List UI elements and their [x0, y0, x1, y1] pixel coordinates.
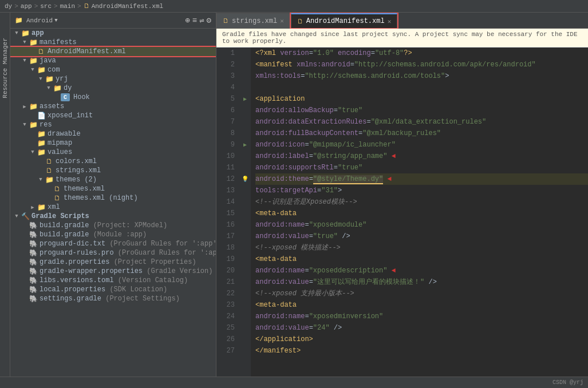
line-number: 12	[216, 173, 239, 185]
tree-item-mipmap[interactable]: 📁 mipmap	[10, 138, 216, 148]
tree-item-settings-gradle[interactable]: 🐘 settings.gradle (Project Settings)	[10, 294, 216, 303]
tree-item-gradle-wrapper[interactable]: 🐘 gradle-wrapper.properties (Gradle Vers…	[10, 267, 216, 276]
tree-label-com: com	[48, 66, 60, 74]
code-editor[interactable]: 1234567891011121314151617181920212223242…	[216, 47, 588, 377]
tree-item-dy[interactable]: ▼ 📁 dy	[10, 84, 216, 93]
code-line[interactable]: android:allowBackup="true"	[255, 105, 588, 116]
line-number: 10	[216, 151, 239, 162]
line-number: 16	[216, 219, 239, 231]
xml-icon-colors: 🗋	[45, 157, 54, 165]
android-dropdown[interactable]: Android ▼	[26, 17, 58, 24]
breadcrumb-dy[interactable]: dy	[5, 3, 12, 10]
top-bar: dy > app > src > main > 🗋 AndroidManifes…	[0, 0, 588, 13]
code-line[interactable]: android:name="xposeddescription" ◄	[255, 265, 588, 276]
tree-label-res: res	[40, 121, 52, 129]
tree-item-colors[interactable]: 🗋 colors.xml	[10, 157, 216, 166]
folder-icon-drawable: 📁	[37, 130, 46, 138]
gutter-indicator: 💡	[239, 173, 251, 185]
code-line[interactable]	[255, 82, 588, 93]
tree-item-hook[interactable]: C Hook	[10, 93, 216, 102]
file-icon-proguard-dic: 🐘	[29, 240, 38, 248]
code-line[interactable]: android:label="@string/app_name" ◄	[255, 151, 588, 162]
line-number: 14	[216, 196, 239, 208]
code-line[interactable]: android:value="true" />	[255, 231, 588, 242]
code-lines[interactable]: <?xml version="1.0" encoding="utf-8"?> <…	[251, 47, 588, 377]
code-line[interactable]: <meta-data	[255, 254, 588, 265]
tree-label-themes-night: themes.xml (night)	[64, 194, 138, 202]
tree-item-local-props[interactable]: 🐘 local.properties (SDK Location)	[10, 285, 216, 294]
tree-item-drawable[interactable]: 📁 drawable	[10, 129, 216, 138]
code-line[interactable]: </application>	[255, 334, 588, 345]
tree-label-values: values	[48, 148, 72, 156]
code-line[interactable]: </manifest>	[255, 345, 588, 357]
code-line[interactable]: <?xml version="1.0" encoding="utf-8"?>	[255, 47, 588, 59]
breadcrumb-file[interactable]: 🗋 AndroidManifest.xml	[84, 2, 163, 10]
code-line[interactable]: android:value="这里可以写给用户看的模块描述！" />	[255, 276, 588, 288]
tree-item-xposed-init[interactable]: 📄 xposed_init	[10, 111, 216, 120]
tree-item-com[interactable]: ▼ 📁 com	[10, 65, 216, 74]
tree-item-assets[interactable]: ▶ 📁 assets	[10, 102, 216, 111]
class-icon-hook: C	[61, 93, 70, 101]
tree-item-themes-xml-night[interactable]: 🗋 themes.xml (night)	[10, 193, 216, 203]
code-line[interactable]: <application	[255, 93, 588, 105]
tab-bar: 🗋 strings.xml ✕ 🗋 AndroidManifest.xml ✕	[216, 13, 588, 29]
code-line[interactable]: <manifest xmlns:android="http://schemas.…	[255, 59, 588, 70]
strings-tab-close[interactable]: ✕	[280, 17, 284, 25]
tree-item-manifests[interactable]: ▼ 📁 manifests	[10, 38, 216, 47]
code-line[interactable]: <!--xposed 模块描述-->	[255, 242, 588, 254]
tree-item-gradle-scripts[interactable]: ▼ 🔨 Gradle Scripts	[10, 212, 216, 221]
tab-strings-xml[interactable]: 🗋 strings.xml ✕	[216, 13, 290, 28]
add-icon[interactable]: ⊕	[185, 15, 190, 25]
tree-item-themes[interactable]: ▼ 📁 themes (2)	[10, 175, 216, 184]
code-line[interactable]: android:value="24" />	[255, 322, 588, 334]
collapse-icon[interactable]: ≡	[192, 16, 197, 25]
tree-item-proguard-rules[interactable]: 🐘 proguard-rules.pro (ProGuard Rules for…	[10, 248, 216, 258]
tree-item-app[interactable]: ▼ 📁 app	[10, 29, 216, 38]
tree-item-xml[interactable]: ▶ 📁 xml	[10, 203, 216, 212]
breadcrumb-main[interactable]: main	[60, 3, 75, 10]
tab-androidmanifest-xml[interactable]: 🗋 AndroidManifest.xml ✕	[291, 13, 397, 28]
tree-item-java[interactable]: ▼ 📁 java	[10, 56, 216, 65]
code-line[interactable]: android:icon="@mipmap/ic_launcher"	[255, 139, 588, 151]
tree-item-gradle-props[interactable]: 🐘 gradle.properties (Project Properties)	[10, 258, 216, 267]
tree-item-androidmanifest[interactable]: 🗋 AndroidManifest.xml	[10, 47, 216, 56]
code-line[interactable]: android:name="xposedminversion"	[255, 311, 588, 322]
code-line[interactable]: <meta-data	[255, 208, 588, 219]
code-line[interactable]: xmlns:tools="http://schemas.android.com/…	[255, 70, 588, 82]
code-line[interactable]: tools:targetApi="31">	[255, 185, 588, 196]
gutter-indicator	[239, 128, 251, 139]
tree-arrow-java: ▼	[21, 58, 29, 64]
xml-icon-themes-night: 🗋	[53, 194, 62, 202]
tree-item-build-gradle-proj[interactable]: 🐘 build.gradle (Project: XPModel)	[10, 221, 216, 230]
settings-icon[interactable]: ⚙	[207, 15, 211, 25]
gutter-indicator	[239, 59, 251, 70]
code-line[interactable]: <meta-data	[255, 299, 588, 311]
tree-item-libs-versions[interactable]: 🐘 libs.versions.toml (Version Catalog)	[10, 276, 216, 285]
breadcrumb-app[interactable]: app	[21, 3, 32, 10]
line-number: 11	[216, 162, 239, 173]
gutter-indicator	[239, 276, 251, 288]
code-line[interactable]: android:name="xposedmodule"	[255, 219, 588, 231]
tree-label-drawable: drawable	[48, 130, 81, 138]
warning-bar: Gradle files have changed since last pro…	[216, 29, 588, 47]
tree-item-yrj[interactable]: ▼ 📁 yrj	[10, 74, 216, 84]
code-line[interactable]: android:fullBackupContent="@xml/backup_r…	[255, 128, 588, 139]
line-number: 26	[216, 334, 239, 345]
code-line[interactable]: android:supportsRtl="true"	[255, 162, 588, 173]
manifest-tab-close[interactable]: ✕	[388, 18, 392, 25]
tree-item-values[interactable]: ▼ 📁 values	[10, 148, 216, 157]
tree-item-strings[interactable]: 🗋 strings.xml	[10, 166, 216, 175]
breadcrumb-src[interactable]: src	[40, 3, 52, 10]
sync-icon[interactable]: ⇌	[199, 15, 204, 25]
resource-manager-tab[interactable]: Resource Manager	[1, 35, 10, 101]
tree-item-build-gradle-app[interactable]: 🐘 build.gradle (Module :app)	[10, 230, 216, 239]
code-line[interactable]: <!--xposed 支持最小版本-->	[255, 288, 588, 299]
tree-item-proguard-dic[interactable]: 🐘 proguard-dic.txt (ProGuard Rules for '…	[10, 239, 216, 248]
code-line[interactable]: android:dataExtractionRules="@xml/data_e…	[255, 116, 588, 128]
tree-item-themes-xml[interactable]: 🗋 themes.xml	[10, 184, 216, 193]
tree-label-colors: colors.xml	[56, 157, 97, 165]
gutter-indicator	[239, 196, 251, 208]
code-line[interactable]: android:theme="@style/Theme.dy" ◄	[255, 173, 588, 185]
tree-item-res[interactable]: ▼ 📁 res	[10, 120, 216, 129]
code-line[interactable]: <!--识别是否是Xposed模块-->	[255, 196, 588, 208]
